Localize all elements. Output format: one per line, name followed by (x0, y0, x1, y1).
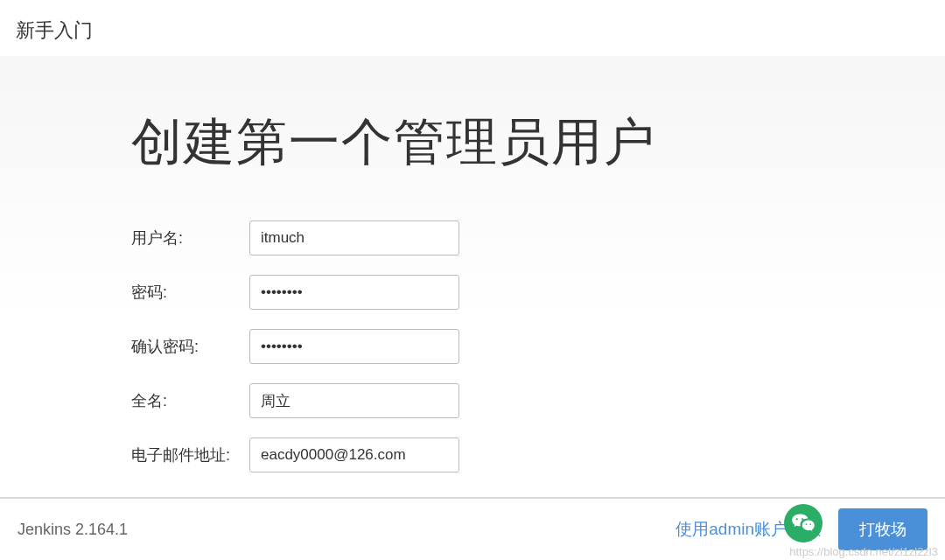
header: 新手入门 (0, 0, 945, 56)
email-label: 电子邮件地址: (131, 444, 249, 466)
password-label: 密码: (131, 282, 249, 303)
form-row-password: 密码: (131, 275, 945, 310)
wechat-icon (784, 504, 822, 542)
version-label: Jenkins 2.164.1 (18, 521, 128, 539)
save-button[interactable]: 打牧场 (838, 508, 928, 550)
confirm-password-label: 确认密码: (131, 336, 249, 357)
content: 创建第一个管理员用户 用户名: 密码: 确认密码: 全名: 电子邮件地址: (131, 108, 945, 472)
password-input[interactable] (249, 275, 459, 310)
main-area: 创建第一个管理员用户 用户名: 密码: 确认密码: 全名: 电子邮件地址: (0, 56, 945, 494)
form-row-username: 用户名: (131, 220, 945, 256)
form-row-email: 电子邮件地址: (131, 438, 945, 472)
username-label: 用户名: (131, 228, 249, 248)
email-input[interactable] (249, 438, 459, 472)
form-row-fullname: 全名: (131, 383, 945, 418)
form-row-confirm-password: 确认密码: (131, 329, 945, 364)
fullname-label: 全名: (131, 390, 249, 411)
page-title: 创建第一个管理员用户 (131, 108, 945, 177)
confirm-password-input[interactable] (249, 329, 459, 364)
fullname-input[interactable] (249, 383, 459, 418)
username-input[interactable] (249, 220, 459, 256)
header-title: 新手入门 (16, 18, 929, 44)
